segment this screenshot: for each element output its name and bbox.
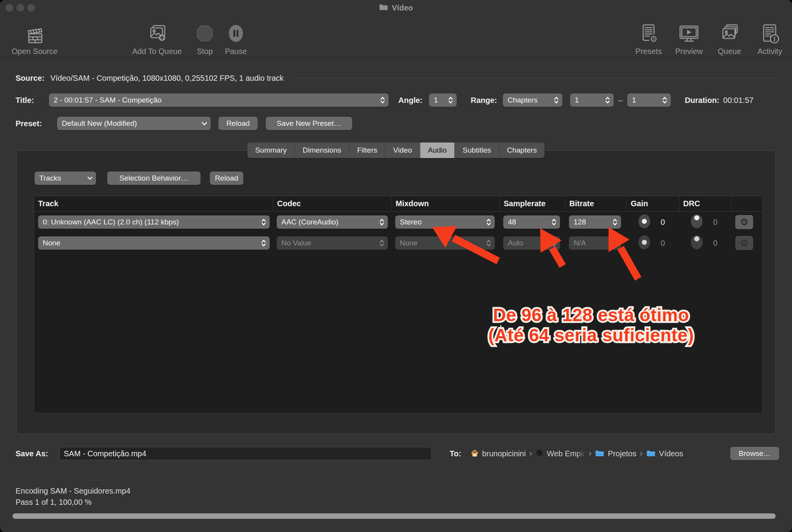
tab-video[interactable]: Video (385, 143, 420, 158)
breadcrumb-separator: › (589, 449, 591, 459)
updown-chevron-icon (605, 96, 611, 105)
updown-chevron-icon (551, 238, 557, 248)
footer-divider (0, 480, 792, 481)
stop-label: Stop (197, 47, 213, 56)
source-divider (294, 78, 779, 78)
tracks-dropdown[interactable]: Tracks (35, 172, 96, 185)
to-label: To: (450, 449, 461, 458)
updown-chevron-icon (486, 217, 492, 227)
codec-select[interactable]: AAC (CoreAudio) (277, 216, 388, 229)
folder-icon (379, 3, 388, 12)
preview-label: Preview (675, 47, 703, 56)
activity-log-icon (759, 21, 781, 45)
destination-breadcrumb: brunopicinini › Web Empir › Projetos › V… (471, 449, 683, 459)
queue-button[interactable]: Queue (711, 16, 748, 56)
destination-row: Save As: To: brunopicinini › Web Empir ›… (16, 447, 779, 461)
gain-knob[interactable] (638, 214, 651, 230)
add-to-queue-button[interactable]: Add To Queue (126, 16, 188, 56)
updown-chevron-icon (553, 96, 559, 105)
activity-button[interactable]: Activity (752, 16, 788, 56)
updown-chevron-icon (379, 217, 385, 227)
preset-select[interactable]: Default New (Modified) (57, 117, 211, 130)
drc-knob[interactable] (691, 214, 703, 230)
source-label: Source: (16, 74, 44, 83)
preview-button[interactable]: Preview (671, 16, 707, 56)
presets-label: Presets (635, 47, 662, 56)
queue-label: Queue (718, 47, 741, 56)
preset-row: Preset: Default New (Modified) Reload Sa… (16, 116, 779, 130)
chevron-down-icon (87, 176, 93, 180)
samplerate-select[interactable]: 48 (503, 216, 560, 229)
encode-status-line2: Pass 1 of 1, 100,00 % (16, 497, 131, 508)
add-photo-icon (146, 21, 168, 45)
reload-preset-button[interactable]: Reload (218, 117, 258, 130)
svg-text:⚙: ⚙ (650, 34, 658, 44)
track-select[interactable]: 0: Unknown (AAC LC) (2.0 ch) (112 kbps) (38, 216, 270, 229)
range-end-stepper[interactable]: 1 (627, 94, 671, 107)
breadcrumb-item-user[interactable]: brunopicinini (482, 449, 526, 458)
globe-icon (536, 449, 543, 458)
bitrate-select: N/A (569, 236, 621, 250)
encode-status-line1: Encoding SAM - Seguidores.mp4 (16, 485, 131, 497)
col-gain: Gain (626, 196, 679, 211)
presets-icon: ⚙ (638, 21, 659, 45)
mixdown-select[interactable]: Stereo (395, 216, 495, 229)
track-settings-button[interactable]: ⚙ (735, 215, 753, 229)
range-type-select[interactable]: Chapters (503, 94, 562, 107)
presets-button[interactable]: ⚙ Presets (630, 16, 667, 56)
tab-dimensions[interactable]: Dimensions (295, 143, 349, 158)
samplerate-select: Auto (503, 236, 560, 250)
range-separator: – (618, 96, 623, 105)
title-select[interactable]: 2 - 00:01:57 - SAM - Competição (49, 94, 389, 107)
reload-tracks-button[interactable]: Reload (210, 172, 243, 185)
preview-monitor-icon (677, 21, 701, 45)
stop-button[interactable]: Stop (191, 16, 218, 56)
section-tabs: Summary Dimensions Filters Video Audio S… (247, 143, 544, 158)
filename-input[interactable] (59, 447, 432, 460)
updown-chevron-icon (662, 96, 668, 105)
table-row: None No Value None Auto N/A (34, 233, 762, 254)
col-drc: DRC (679, 196, 731, 211)
gain-value: 0 (661, 218, 665, 227)
tab-subtitles[interactable]: Subtitles (455, 143, 499, 158)
breadcrumb-item-web-empire[interactable]: Web Empir (547, 449, 585, 458)
tab-chapters[interactable]: Chapters (499, 143, 544, 158)
source-value: Vídeo/SAM - Competição, 1080x1080, 0,255… (50, 74, 283, 83)
updown-chevron-icon (261, 217, 267, 227)
save-new-preset-button[interactable]: Save New Preset… (266, 117, 352, 130)
add-to-queue-label: Add To Queue (132, 47, 182, 56)
tab-summary[interactable]: Summary (247, 143, 294, 158)
encode-progress-bar (12, 513, 776, 519)
breadcrumb-item-videos[interactable]: Vídeos (659, 449, 683, 458)
bitrate-select[interactable]: 128 (569, 216, 621, 229)
gain-knob (638, 235, 651, 251)
angle-stepper[interactable]: 1 (429, 94, 457, 107)
range-start-stepper[interactable]: 1 (570, 94, 614, 107)
tab-audio[interactable]: Audio (420, 143, 455, 158)
duration-label: Duration: (685, 96, 719, 105)
open-source-button[interactable]: Open Source (5, 16, 64, 56)
title-row: Title: 2 - 00:01:57 - SAM - Competição A… (16, 93, 779, 107)
tab-filters[interactable]: Filters (349, 143, 385, 158)
preset-label: Preset: (16, 119, 46, 128)
updown-chevron-icon (448, 96, 454, 105)
breadcrumb-separator: › (529, 449, 532, 459)
updown-chevron-icon (551, 217, 557, 227)
save-as-label: Save As: (16, 449, 53, 458)
title-label: Title: (16, 96, 40, 105)
drc-knob (691, 235, 703, 251)
home-icon (471, 449, 479, 459)
track-select[interactable]: None (38, 236, 270, 250)
handbrake-window: Vídeo Open Source Add To Queue (0, 0, 792, 532)
selection-behavior-button[interactable]: Selection Behavior… (107, 172, 201, 185)
breadcrumb-item-projetos[interactable]: Projetos (608, 449, 636, 458)
updown-chevron-icon (612, 238, 618, 248)
mixdown-select: None (395, 236, 495, 250)
pause-icon (227, 21, 245, 45)
updown-chevron-icon (612, 217, 618, 227)
folder-icon (595, 449, 604, 458)
encode-status: Encoding SAM - Seguidores.mp4 Pass 1 of … (16, 485, 131, 508)
browse-button[interactable]: Browse… (730, 447, 779, 460)
pause-button[interactable]: Pause (222, 16, 249, 56)
window-title: Vídeo (392, 3, 413, 12)
